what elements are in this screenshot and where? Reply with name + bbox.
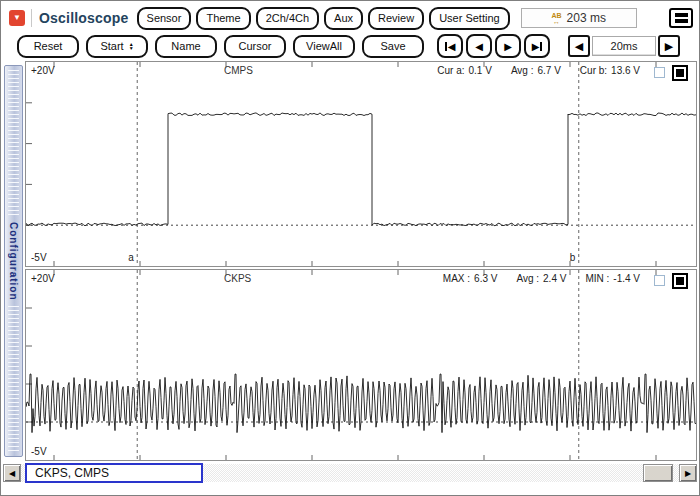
skip-end-button[interactable]: ▶ (524, 34, 550, 58)
bar-icon (540, 42, 542, 51)
stat-avg: Avg :6.7 V (511, 65, 561, 76)
scale-top-label: +20V (31, 65, 55, 76)
channel-name: CKPS (224, 273, 251, 284)
grip-bottom (8, 306, 19, 452)
channel-selection-label[interactable]: CKPS, CMPS (25, 463, 203, 483)
scale-bottom-label: -5V (31, 446, 47, 457)
stat-min: MIN :-1.4 V (585, 273, 640, 284)
skip-start-button[interactable]: ◀ (437, 34, 463, 58)
toolbar: Reset Start ▲ ▼ Name Cursor ViewAll Save… (17, 34, 693, 58)
bar-icon (445, 42, 447, 51)
grip-top (8, 70, 19, 216)
oscilloscope-window: ▼ Oscilloscope Sensor Theme 2Ch/4Ch Aux … (0, 0, 700, 496)
waveform-ckps (26, 270, 696, 460)
channel-stats: MAX :6.3 V Avg :2.4 V MIN :-1.4 V (443, 273, 640, 284)
scroll-right-button[interactable]: ▶ (679, 464, 697, 482)
bottom-bar: ◀ ▶ CKPS, CMPS (3, 464, 697, 494)
ab-cursor-icon: AB ↔ (551, 12, 561, 24)
skip-end-icon: ▶ (532, 41, 540, 52)
app-title: Oscilloscope (39, 10, 129, 26)
cursor-button[interactable]: Cursor (224, 35, 286, 58)
step-back-icon: ◀ (475, 41, 483, 52)
channel-checkbox[interactable] (654, 275, 665, 286)
sensor-button[interactable]: Sensor (137, 7, 192, 30)
channel-ckps-header: +20V CKPS MAX :6.3 V Avg :2.4 V MIN :-1.… (26, 272, 696, 287)
theme-button[interactable]: Theme (196, 7, 250, 30)
step-back-button[interactable]: ◀ (466, 34, 492, 58)
name-button[interactable]: Name (155, 35, 217, 58)
aux-button[interactable]: Aux (324, 7, 363, 30)
channel-cmps: ab +20V CMPS Cur a:0.1 V Avg :6.7 V Cur … (25, 61, 697, 267)
channel-cmps-header: +20V CMPS Cur a:0.1 V Avg :6.7 V Cur b:1… (26, 64, 696, 79)
channel-ckps: +20V CKPS MAX :6.3 V Avg :2.4 V MIN :-1.… (25, 269, 697, 461)
timebase-selector: ◀ 20ms ▶ (568, 35, 680, 57)
ab-time-value: 203 ms (567, 11, 606, 25)
svg-text:a: a (128, 252, 134, 263)
user-setting-button[interactable]: User Setting (429, 7, 510, 30)
channel-mode-button[interactable]: 2Ch/4Ch (256, 7, 319, 30)
step-forward-button[interactable]: ▶ (495, 34, 521, 58)
stat-max: MAX :6.3 V (443, 273, 498, 284)
save-button[interactable]: Save (362, 35, 424, 58)
channel-stats: Cur a:0.1 V Avg :6.7 V Cur b:13.6 V (437, 65, 640, 76)
start-button-label: Start (100, 40, 123, 52)
viewall-button[interactable]: ViewAll (293, 35, 355, 58)
menu-icon[interactable] (669, 8, 693, 28)
stat-cursor-a: Cur a:0.1 V (437, 65, 492, 76)
ab-time-display[interactable]: AB ↔ 203 ms (521, 8, 637, 28)
app-icon-glyph: ▼ (13, 14, 21, 22)
title-divider (31, 9, 32, 27)
channel-color-swatch[interactable] (672, 273, 688, 289)
timebase-value[interactable]: 20ms (592, 36, 656, 56)
stat-avg: Avg :2.4 V (516, 273, 566, 284)
skip-start-icon: ◀ (448, 41, 456, 52)
reset-button[interactable]: Reset (17, 35, 79, 58)
playback-nav-group: ◀ ◀ ▶ ▶ (437, 34, 550, 58)
scrollbar-thumb[interactable] (643, 464, 673, 482)
title-bar: ▼ Oscilloscope Sensor Theme 2Ch/4Ch Aux … (9, 6, 693, 30)
review-button[interactable]: Review (368, 7, 424, 30)
waveform-cmps: ab (26, 62, 696, 266)
spinner-icon[interactable]: ▲ ▼ (129, 42, 134, 50)
channel-checkbox[interactable] (654, 67, 665, 78)
timebase-increase-button[interactable]: ▶ (658, 35, 680, 57)
scroll-left-button[interactable]: ◀ (3, 464, 21, 482)
scale-top-label: +20V (31, 273, 55, 284)
channel-color-swatch[interactable] (672, 65, 688, 81)
svg-text:b: b (570, 252, 576, 263)
app-menu-icon[interactable]: ▼ (9, 10, 25, 26)
step-forward-icon: ▶ (504, 41, 512, 52)
configuration-panel-handle[interactable]: Configuration (4, 65, 23, 457)
stat-cursor-b: Cur b:13.6 V (580, 65, 640, 76)
channel-name: CMPS (224, 65, 253, 76)
configuration-label: Configuration (8, 220, 19, 303)
timebase-decrease-button[interactable]: ◀ (568, 35, 590, 57)
start-button[interactable]: Start ▲ ▼ (86, 35, 148, 58)
scale-bottom-label: -5V (31, 252, 47, 263)
